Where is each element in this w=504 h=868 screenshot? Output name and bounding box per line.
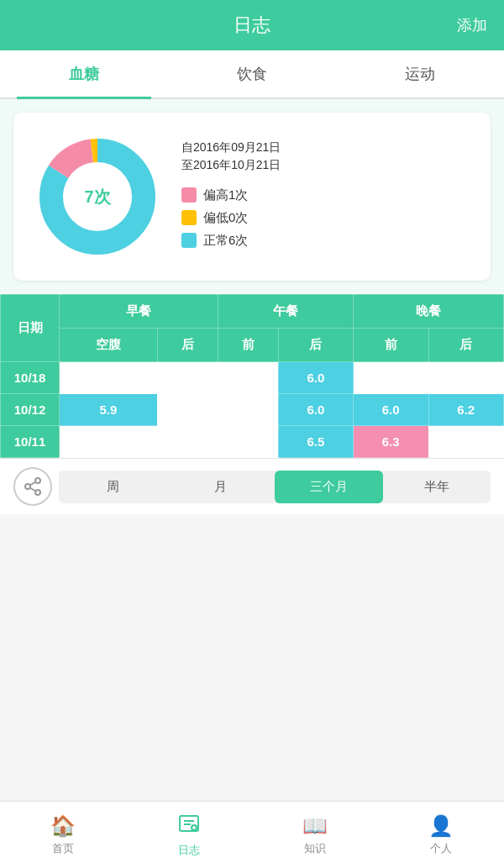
data-cell: 5.9	[60, 394, 158, 426]
col-dinner-header: 晚餐	[354, 295, 504, 329]
time-tab-month[interactable]: 月	[167, 471, 276, 503]
data-cell: 6.0	[278, 394, 353, 426]
table-row: 10/18 6.0	[1, 362, 504, 394]
legend-normal: 正常6次	[181, 233, 474, 249]
data-cell: 6.0	[354, 394, 428, 426]
sub-before-dinner: 前	[354, 329, 428, 362]
page-title: 日志	[234, 13, 270, 38]
svg-point-6	[35, 490, 40, 495]
table-row: 10/12 5.9 6.0 6.0 6.2	[1, 394, 504, 426]
data-cell	[60, 362, 158, 394]
data-cell	[157, 394, 218, 426]
chart-date-range: 自2016年09月21日至2016年10月21日	[181, 139, 474, 174]
blood-sugar-table: 日期 早餐 午餐 晚餐 空腹 后 前 后 前 后 10/18 6.0	[0, 294, 504, 458]
legend-normal-dot	[181, 233, 197, 248]
legend-low-label: 偏低0次	[203, 210, 248, 226]
nav-profile[interactable]: 👤 个人	[378, 802, 504, 868]
chart-card: 7次 自2016年09月21日至2016年10月21日 偏高1次 偏低0次 正常…	[13, 113, 491, 281]
diary-icon	[178, 813, 200, 839]
header: 日志 添加	[0, 0, 504, 50]
col-date-header: 日期	[1, 295, 60, 362]
data-cell	[157, 362, 218, 394]
chart-center-label: 7次	[84, 186, 110, 208]
sub-before-lunch: 前	[218, 329, 278, 362]
data-cell: 6.3	[354, 426, 428, 458]
nav-profile-label: 个人	[430, 841, 452, 856]
sub-after-lunch: 后	[278, 329, 353, 362]
svg-point-4	[35, 478, 40, 483]
home-icon: 🏠	[50, 814, 76, 838]
sub-fasting: 空腹	[60, 329, 158, 362]
table-row: 10/11 6.5 6.3	[1, 426, 504, 458]
tab-diet[interactable]: 饮食	[168, 50, 336, 97]
col-breakfast-header: 早餐	[60, 295, 218, 329]
bottom-nav: 🏠 首页 日志 📖 知识 👤 个人	[0, 801, 504, 868]
svg-line-7	[30, 488, 36, 492]
nav-knowledge[interactable]: 📖 知识	[252, 802, 378, 868]
bottom-controls: 周 月 三个月 半年	[0, 458, 504, 514]
legend-high: 偏高1次	[181, 187, 474, 203]
legend-high-dot	[181, 187, 197, 203]
legend-high-label: 偏高1次	[203, 187, 248, 203]
time-tab-3month[interactable]: 三个月	[275, 471, 383, 503]
legend-low-dot	[181, 210, 197, 225]
legend-low: 偏低0次	[181, 210, 474, 226]
share-button[interactable]	[13, 467, 52, 506]
time-tab-week[interactable]: 周	[59, 471, 167, 503]
chart-info: 自2016年09月21日至2016年10月21日 偏高1次 偏低0次 正常6次	[181, 139, 474, 255]
knowledge-icon: 📖	[302, 814, 328, 838]
add-button[interactable]: 添加	[457, 15, 487, 35]
time-tabs: 周 月 三个月 半年	[59, 471, 491, 503]
data-cell	[218, 426, 278, 458]
date-cell: 10/12	[1, 394, 60, 426]
profile-icon: 👤	[428, 814, 454, 838]
data-cell	[428, 426, 503, 458]
data-cell	[218, 362, 278, 394]
data-cell	[428, 362, 503, 394]
tab-blood-sugar[interactable]: 血糖	[0, 50, 168, 97]
nav-home-label: 首页	[52, 841, 74, 856]
nav-home[interactable]: 🏠 首页	[0, 802, 126, 868]
table-section: 日期 早餐 午餐 晚餐 空腹 后 前 后 前 后 10/18 6.0	[0, 294, 504, 458]
data-cell	[157, 426, 218, 458]
nav-knowledge-label: 知识	[304, 841, 326, 856]
data-cell	[218, 394, 278, 426]
data-cell: 6.5	[278, 426, 353, 458]
data-cell	[354, 362, 428, 394]
main-tabs: 血糖 饮食 运动	[0, 50, 504, 99]
nav-diary[interactable]: 日志	[126, 802, 252, 868]
data-cell: 6.0	[278, 362, 353, 394]
date-cell: 10/11	[1, 426, 60, 458]
data-cell: 6.2	[428, 394, 503, 426]
data-cell	[60, 426, 158, 458]
svg-point-5	[25, 484, 30, 489]
sub-after-breakfast: 后	[157, 329, 218, 362]
time-tab-halfyear[interactable]: 半年	[383, 471, 491, 503]
nav-diary-label: 日志	[178, 843, 200, 858]
chart-section: 7次 自2016年09月21日至2016年10月21日 偏高1次 偏低0次 正常…	[0, 99, 504, 294]
donut-chart: 7次	[30, 129, 165, 264]
tab-exercise[interactable]: 运动	[336, 50, 504, 97]
svg-line-8	[30, 482, 36, 486]
legend-normal-label: 正常6次	[203, 233, 248, 249]
col-lunch-header: 午餐	[218, 295, 353, 329]
sub-after-dinner: 后	[428, 329, 503, 362]
date-cell: 10/18	[1, 362, 60, 394]
